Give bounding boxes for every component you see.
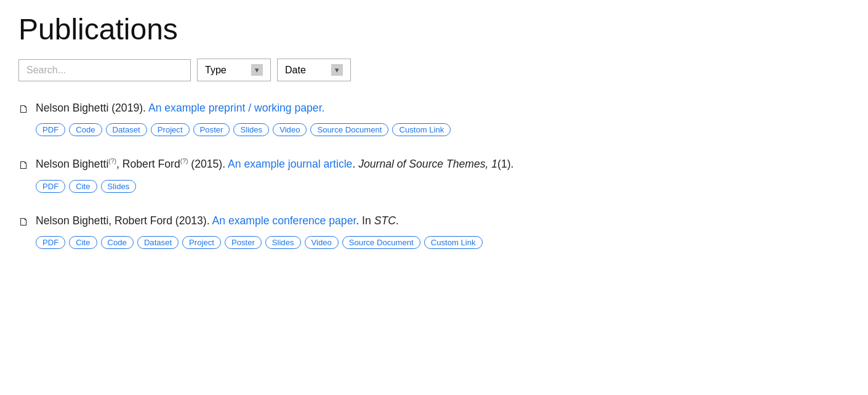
type-chevron-icon: ▾ [251, 64, 263, 76]
badge-dataset[interactable]: Dataset [106, 123, 147, 136]
pub-title-link[interactable]: An example preprint / working paper. [148, 102, 325, 114]
badge-row: PDF Code Dataset Project Poster Slides V… [18, 123, 850, 136]
badge-code[interactable]: Code [69, 123, 102, 136]
pub-journal: . Journal of Source Themes, 1(1). [352, 158, 513, 170]
badge-poster[interactable]: Poster [193, 123, 230, 136]
badge-dataset[interactable]: Dataset [137, 236, 179, 249]
document-icon: 🗋 [18, 157, 30, 173]
badge-pdf[interactable]: PDF [36, 123, 65, 136]
pub-authors: Nelson Bighetti(?), Robert Ford(?) (2015… [36, 158, 228, 170]
publication-item: 🗋 Nelson Bighetti (2019). An example pre… [18, 100, 850, 136]
badge-cite[interactable]: Cite [69, 236, 97, 249]
pub-authors: Nelson Bighetti, Robert Ford (2013). [36, 214, 212, 227]
badge-project[interactable]: Project [182, 236, 221, 249]
date-filter-dropdown[interactable]: Date ▾ [277, 59, 351, 81]
badge-source-document[interactable]: Source Document [342, 236, 420, 249]
badge-project[interactable]: Project [151, 123, 190, 136]
badge-slides[interactable]: Slides [265, 236, 301, 249]
publications-list: 🗋 Nelson Bighetti (2019). An example pre… [18, 100, 850, 249]
badge-slides[interactable]: Slides [101, 180, 137, 193]
badge-custom-link[interactable]: Custom Link [424, 236, 483, 249]
type-filter-label: Type [205, 65, 227, 76]
pub-authors: Nelson Bighetti (2019). [36, 102, 148, 114]
badge-code[interactable]: Code [101, 236, 134, 249]
badge-row: PDF Cite Slides [18, 180, 850, 193]
document-icon: 🗋 [18, 214, 30, 230]
pub-venue: . In STC. [356, 214, 398, 227]
badge-video[interactable]: Video [273, 123, 307, 136]
page-title: Publications [18, 12, 850, 46]
badge-video[interactable]: Video [305, 236, 339, 249]
badge-cite[interactable]: Cite [69, 180, 97, 193]
publication-item: 🗋 Nelson Bighetti(?), Robert Ford(?) (20… [18, 156, 850, 192]
badge-row: PDF Cite Code Dataset Project Poster Sli… [18, 236, 850, 249]
date-filter-label: Date [285, 65, 306, 76]
date-chevron-icon: ▾ [331, 64, 343, 76]
badge-poster[interactable]: Poster [225, 236, 262, 249]
document-icon: 🗋 [18, 101, 30, 117]
search-input[interactable] [18, 59, 191, 81]
type-filter-dropdown[interactable]: Type ▾ [197, 59, 271, 81]
publication-item: 🗋 Nelson Bighetti, Robert Ford (2013). A… [18, 213, 850, 249]
badge-custom-link[interactable]: Custom Link [392, 123, 451, 136]
filters-bar: Type ▾ Date ▾ [18, 59, 850, 81]
badge-pdf[interactable]: PDF [36, 236, 65, 249]
badge-slides[interactable]: Slides [233, 123, 269, 136]
pub-title-link[interactable]: An example journal article [228, 158, 352, 170]
badge-pdf[interactable]: PDF [36, 180, 65, 193]
badge-source-document[interactable]: Source Document [310, 123, 388, 136]
pub-title-link[interactable]: An example conference paper [212, 214, 356, 227]
